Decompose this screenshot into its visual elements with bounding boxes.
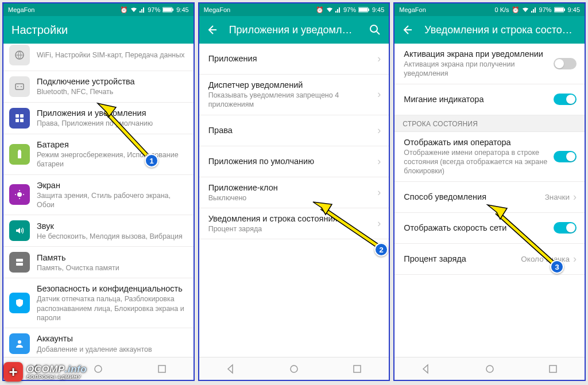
svg-rect-36 bbox=[550, 365, 556, 372]
chevron-right-icon: › bbox=[573, 191, 577, 203]
chevron-right-icon: › bbox=[573, 253, 577, 265]
step-badge-2: 2 bbox=[374, 243, 388, 256]
toggle-led-blink[interactable] bbox=[554, 94, 577, 105]
app-bar: Приложения и уведомления bbox=[199, 16, 389, 44]
toggle-show-netspeed[interactable] bbox=[554, 222, 577, 234]
watermark-tagline: ВОПРОСЫ АДМИНУ bbox=[26, 374, 87, 380]
item-title: Активация экрана при уведомлении bbox=[404, 49, 554, 59]
item-value: Значки bbox=[545, 193, 570, 201]
settings-item-battery[interactable]: Батарея Режим энергосбережения, Использо… bbox=[3, 134, 194, 175]
item-title: Память bbox=[37, 252, 185, 263]
back-button[interactable] bbox=[401, 24, 413, 36]
statusbar-list[interactable]: Активация экрана при уведомлении Активац… bbox=[394, 44, 585, 357]
chevron-right-icon: › bbox=[377, 125, 381, 137]
chevron-right-icon: › bbox=[377, 155, 381, 168]
item-sub: Bluetooth, NFC, Печать bbox=[37, 87, 185, 96]
section-statusbar: СТРОКА СОСТОЯНИЯ bbox=[394, 115, 585, 132]
settings-item-network[interactable]: WiFi, Настройки SIM-карт, Передача данны… bbox=[3, 44, 194, 71]
app-bar: Уведомления и строка состояния bbox=[394, 16, 585, 44]
nav-home[interactable] bbox=[478, 364, 501, 374]
item-title: Приложения и уведомления bbox=[37, 108, 185, 118]
item-sub: Процент заряда bbox=[208, 224, 374, 234]
status-bar: MegaFon ⏰ 97% 9:45 bbox=[3, 3, 194, 16]
svg-rect-1 bbox=[163, 8, 172, 11]
item-sub: Выключено bbox=[208, 193, 374, 203]
item-title: Экран bbox=[37, 180, 185, 190]
wifi-icon bbox=[130, 7, 137, 13]
svg-point-21 bbox=[95, 365, 102, 372]
item-app-twin[interactable]: Приложение-клон Выключено › bbox=[199, 177, 389, 208]
search-button[interactable] bbox=[369, 24, 382, 36]
item-title: Отображать имя оператора bbox=[404, 137, 554, 147]
watermark-suffix: .info bbox=[65, 364, 87, 375]
nav-recent[interactable] bbox=[150, 364, 173, 374]
settings-item-apps[interactable]: Приложения и уведомления Права, Приложен… bbox=[3, 103, 194, 134]
accounts-icon bbox=[9, 333, 30, 354]
alarm-icon: ⏰ bbox=[316, 6, 324, 14]
carrier-label: MegaFon bbox=[399, 6, 425, 13]
status-bar: MegaFon ⏰ 97% 9:45 bbox=[199, 3, 389, 16]
status-right: ⏰ 97% 9:45 bbox=[120, 6, 188, 14]
watermark-brand: OCOMP bbox=[26, 364, 65, 375]
item-title: Способ уведомления bbox=[404, 192, 541, 202]
nav-recent[interactable] bbox=[541, 364, 564, 374]
battery-label: 97% bbox=[343, 6, 356, 13]
chevron-right-icon: › bbox=[377, 217, 381, 230]
step-badge-3: 3 bbox=[550, 260, 564, 274]
toggle-show-carrier[interactable] bbox=[554, 151, 577, 162]
svg-rect-4 bbox=[16, 84, 24, 90]
apps-list[interactable]: Приложения › Диспетчер уведомлений Показ… bbox=[199, 44, 389, 357]
svg-rect-22 bbox=[158, 365, 165, 372]
nav-back[interactable] bbox=[415, 364, 438, 374]
item-notif-statusbar[interactable]: Уведомления и строка состояния Процент з… bbox=[199, 208, 389, 239]
settings-item-display[interactable]: Экран Защита зрения, Стиль рабочего экра… bbox=[3, 175, 194, 216]
item-notif-method[interactable]: Способ уведомления Значки › bbox=[394, 182, 585, 213]
svg-line-28 bbox=[377, 32, 380, 34]
item-sub: Показывать уведомления запрещено 4 прило… bbox=[208, 91, 374, 110]
item-show-carrier[interactable]: Отображать имя оператора Отображение име… bbox=[394, 132, 585, 182]
settings-list[interactable]: WiFi, Настройки SIM-карт, Передача данны… bbox=[3, 44, 194, 357]
nav-recent[interactable] bbox=[346, 364, 369, 374]
display-icon bbox=[9, 184, 30, 205]
svg-rect-9 bbox=[16, 119, 19, 122]
battery-icon bbox=[358, 7, 370, 13]
back-button[interactable] bbox=[206, 24, 218, 36]
wifi-icon bbox=[522, 7, 529, 13]
battery-icon bbox=[554, 7, 566, 13]
item-sub: Режим энергосбережения, Использование ба… bbox=[37, 150, 185, 169]
watermark: + OCOMP.info ВОПРОСЫ АДМИНУ bbox=[3, 362, 87, 382]
nav-home[interactable] bbox=[283, 364, 305, 374]
item-led-blink[interactable]: Мигание индикатора bbox=[394, 84, 585, 115]
status-bar: MegaFon 0 K/s ⏰ 97% 9:45 bbox=[394, 3, 585, 16]
storage-icon bbox=[9, 252, 30, 273]
item-title: Права bbox=[208, 125, 374, 135]
svg-rect-7 bbox=[16, 114, 19, 118]
svg-rect-12 bbox=[18, 150, 21, 151]
settings-item-accounts[interactable]: Аккаунты Добавление и удаление аккаунтов bbox=[3, 328, 194, 357]
svg-rect-10 bbox=[20, 119, 24, 122]
item-title: Безопасность и конфиденциальность bbox=[37, 283, 185, 294]
page-title: Уведомления и строка состояния bbox=[424, 24, 578, 36]
nav-home[interactable] bbox=[87, 364, 110, 374]
item-notif-manager[interactable]: Диспетчер уведомлений Показывать уведомл… bbox=[199, 75, 389, 115]
settings-item-sound[interactable]: Звук Не беспокоить, Мелодия вызова, Вибр… bbox=[3, 215, 194, 247]
svg-rect-32 bbox=[555, 8, 563, 11]
item-apps[interactable]: Приложения › bbox=[199, 44, 389, 75]
item-show-netspeed[interactable]: Отображать скорость сети bbox=[394, 213, 585, 244]
nav-back[interactable] bbox=[219, 364, 242, 374]
settings-item-storage[interactable]: Память Память, Очистка памяти bbox=[3, 247, 194, 278]
svg-rect-25 bbox=[368, 9, 369, 11]
settings-item-security[interactable]: Безопасность и конфиденциальность Датчик… bbox=[3, 278, 194, 328]
svg-point-20 bbox=[18, 340, 21, 344]
item-permissions[interactable]: Права › bbox=[199, 115, 389, 146]
item-screen-wake[interactable]: Активация экрана при уведомлении Активац… bbox=[394, 44, 585, 84]
settings-item-connect[interactable]: Подключение устройства Bluetooth, NFC, П… bbox=[3, 71, 194, 103]
item-title: Мигание индикатора bbox=[404, 94, 554, 104]
item-title: Подключение устройства bbox=[37, 76, 185, 87]
item-default-apps[interactable]: Приложения по умолчанию › bbox=[199, 146, 389, 177]
network-icon bbox=[9, 45, 30, 65]
svg-point-35 bbox=[486, 365, 493, 372]
item-title: Звук bbox=[37, 221, 185, 231]
toggle-screen-wake[interactable] bbox=[554, 58, 577, 69]
time-label: 9:45 bbox=[372, 6, 384, 13]
